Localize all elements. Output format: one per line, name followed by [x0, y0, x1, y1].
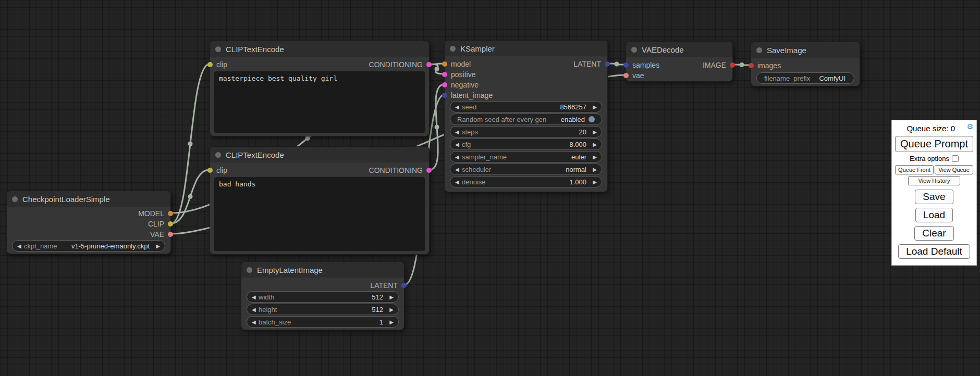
port-label: CONDITIONING [369, 60, 423, 69]
node-title: EmptyLatentImage [257, 266, 323, 274]
denoise-widget[interactable]: ◀ denoise 1.000 ▶ [450, 176, 602, 187]
latent-port-dot-icon[interactable] [442, 93, 447, 98]
port-label: IMAGE [703, 61, 726, 69]
width-widget[interactable]: ◀ width 512 ▶ [247, 291, 399, 303]
conditioning-port-dot-icon[interactable] [442, 72, 447, 77]
node-title-bar[interactable]: SaveImage [751, 42, 860, 58]
widget-value: 1.000 [566, 178, 590, 186]
batch-size-widget[interactable]: ◀ batch_size 1 ▶ [247, 316, 399, 328]
node-title: KSampler [460, 44, 495, 53]
increment-arrow-icon[interactable]: ▶ [387, 319, 394, 325]
decrement-arrow-icon[interactable]: ◀ [252, 307, 259, 312]
clear-button[interactable]: Clear [914, 226, 953, 241]
decrement-arrow-icon[interactable]: ◀ [455, 104, 462, 110]
collapse-dot-icon[interactable] [12, 196, 18, 202]
image-port-dot-icon[interactable] [730, 62, 735, 68]
decrement-arrow-icon[interactable]: ◀ [455, 154, 462, 160]
load-default-button[interactable]: Load Default [898, 244, 970, 259]
decrement-arrow-icon[interactable]: ◀ [455, 167, 462, 172]
settings-gear-icon[interactable]: ⚙ [966, 123, 973, 130]
decrement-arrow-icon[interactable]: ◀ [252, 319, 259, 325]
height-widget[interactable]: ◀ height 512 ▶ [247, 304, 399, 315]
node-title: CheckpointLoaderSimple [22, 195, 110, 204]
widget-label: width [259, 293, 274, 301]
steps-widget[interactable]: ◀ steps 20 ▶ [450, 126, 602, 137]
node-clip-text-encode-positive[interactable]: CLIPTextEncode clip CONDITIONING masterp… [210, 41, 430, 136]
decrement-arrow-icon[interactable]: ◀ [455, 179, 462, 185]
queue-front-button[interactable]: Queue Front [895, 165, 934, 174]
collapse-dot-icon[interactable] [756, 47, 762, 53]
sampler-name-widget[interactable]: ◀ sampler_name euler ▶ [450, 151, 602, 162]
increment-arrow-icon[interactable]: ▶ [590, 129, 597, 135]
node-title-bar[interactable]: CLIPTextEncode [210, 41, 429, 57]
widget-value: normal [562, 166, 590, 173]
extra-options-checkbox[interactable] [952, 155, 959, 162]
clip-port-dot-icon[interactable] [207, 62, 213, 67]
clip-port-dot-icon[interactable] [207, 168, 213, 173]
conditioning-port-dot-icon[interactable] [426, 62, 432, 67]
view-queue-button[interactable]: View Queue [935, 165, 973, 174]
collapse-dot-icon[interactable] [631, 47, 637, 53]
ckpt-name-widget[interactable]: ◀ ckpt_name v1-5-pruned-emaonly.ckpt ▶ [12, 240, 165, 252]
node-clip-text-encode-negative[interactable]: CLIPTextEncode clip CONDITIONING bad han… [210, 146, 430, 255]
vae-port-dot-icon[interactable] [623, 73, 629, 78]
increment-arrow-icon[interactable]: ▶ [153, 243, 160, 249]
node-checkpoint-loader[interactable]: CheckpointLoaderSimple MODEL CLIP VAE ◀ … [6, 191, 171, 254]
latent-port-dot-icon[interactable] [623, 62, 629, 68]
queue-prompt-button[interactable]: Queue Prompt [895, 136, 973, 152]
positive-prompt-textarea[interactable]: masterpiece best quality girl [214, 71, 425, 133]
latent-port-dot-icon[interactable] [605, 61, 610, 67]
conditioning-port-dot-icon[interactable] [442, 82, 447, 87]
image-port-dot-icon[interactable] [749, 63, 754, 68]
filename-prefix-widget[interactable]: filename_prefix ComfyUI [756, 72, 854, 84]
output-port-conditioning: CONDITIONING [369, 165, 429, 176]
node-save-image[interactable]: SaveImage images filename_prefix ComfyUI [751, 42, 860, 86]
model-port-dot-icon[interactable] [168, 211, 173, 216]
conditioning-port-dot-icon[interactable] [426, 168, 432, 173]
widget-label: ckpt_name [24, 242, 57, 250]
increment-arrow-icon[interactable]: ▶ [590, 167, 597, 172]
port-label: clip [216, 60, 227, 69]
clip-port-dot-icon[interactable] [168, 221, 173, 227]
input-port-latent-image: latent_image [445, 90, 493, 101]
decrement-arrow-icon[interactable]: ◀ [17, 243, 24, 249]
increment-arrow-icon[interactable]: ▶ [590, 104, 597, 110]
latent-port-dot-icon[interactable] [401, 283, 407, 288]
scheduler-widget[interactable]: ◀ scheduler normal ▶ [450, 164, 602, 175]
port-label: vae [632, 71, 644, 80]
view-history-button[interactable]: View History [908, 176, 960, 185]
random-seed-toggle-widget[interactable]: Random seed after every gen enabled [450, 114, 602, 125]
collapse-dot-icon[interactable] [215, 46, 221, 52]
decrement-arrow-icon[interactable]: ◀ [455, 142, 462, 147]
save-button[interactable]: Save [915, 190, 953, 204]
increment-arrow-icon[interactable]: ▶ [590, 154, 597, 160]
decrement-arrow-icon[interactable]: ◀ [252, 294, 259, 300]
node-empty-latent-image[interactable]: EmptyLatentImage LATENT ◀ width 512 ▶ ◀ … [241, 261, 405, 330]
node-title-bar[interactable]: CLIPTextEncode [210, 147, 429, 162]
input-port-images: images [751, 60, 781, 71]
increment-arrow-icon[interactable]: ▶ [387, 307, 394, 312]
collapse-dot-icon[interactable] [247, 267, 252, 273]
increment-arrow-icon[interactable]: ▶ [387, 294, 394, 300]
cfg-widget[interactable]: ◀ cfg 8.000 ▶ [450, 139, 602, 150]
collapse-dot-icon[interactable] [215, 152, 221, 158]
model-port-dot-icon[interactable] [442, 61, 447, 67]
decrement-arrow-icon[interactable]: ◀ [455, 129, 462, 135]
node-title-bar[interactable]: KSampler [445, 41, 607, 56]
seed-widget[interactable]: ◀ seed 8566257 ▶ [450, 101, 602, 112]
toggle-indicator-dot-icon[interactable] [589, 116, 595, 122]
node-title-bar[interactable]: CheckpointLoaderSimple [7, 191, 170, 207]
negative-prompt-textarea[interactable]: bad hands [214, 177, 425, 251]
vae-port-dot-icon[interactable] [168, 232, 173, 237]
node-title-bar[interactable]: EmptyLatentImage [241, 262, 404, 278]
node-ksampler[interactable]: KSampler model positive negative latent_… [444, 40, 608, 192]
port-label: positive [451, 70, 475, 79]
widget-value: ComfyUI [815, 74, 849, 82]
increment-arrow-icon[interactable]: ▶ [590, 142, 597, 147]
node-vae-decode[interactable]: VAEDecode samples vae IMAGE [626, 41, 733, 82]
collapse-dot-icon[interactable] [450, 46, 456, 52]
load-button[interactable]: Load [915, 208, 953, 222]
node-title-bar[interactable]: VAEDecode [626, 42, 732, 57]
increment-arrow-icon[interactable]: ▶ [590, 179, 597, 185]
widget-value: 8.000 [566, 141, 590, 148]
